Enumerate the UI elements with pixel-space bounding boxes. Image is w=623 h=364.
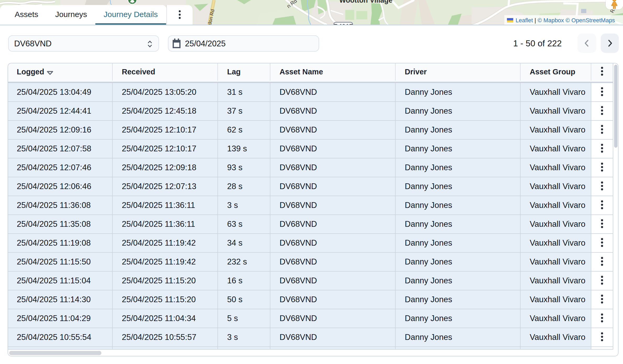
svg-text:B4017: B4017 xyxy=(334,23,353,25)
svg-text:Wootton Village: Wootton Village xyxy=(339,0,392,4)
